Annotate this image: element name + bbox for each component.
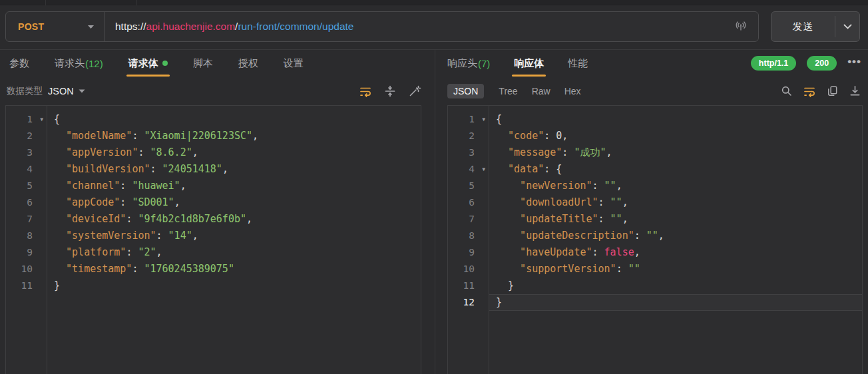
tab-request-请求头[interactable]: 请求头(12)	[55, 50, 103, 77]
tab-strip-bottom-edge	[0, 0, 868, 5]
line-number: 6	[448, 194, 489, 211]
line-number: 11	[6, 278, 47, 294]
send-options-button[interactable]	[835, 12, 859, 41]
tab-label: 响应体	[514, 57, 544, 70]
modified-dot-icon	[162, 61, 168, 66]
tab-label: 响应头	[447, 57, 477, 70]
code-line: "buildVersion": "24051418",	[47, 161, 421, 178]
code-line: "updateDescription": "",	[489, 228, 862, 244]
code-line: "data": {	[489, 161, 862, 178]
code-line: "haveUpdate": false,	[489, 244, 862, 261]
api-client-window: POST https://api.huachenjie.com/run-fron…	[0, 0, 868, 374]
status-pill: 200	[807, 56, 837, 71]
url-segment: https://	[115, 21, 146, 33]
line-number: 2	[6, 128, 47, 144]
code-line: "appVersion": "8.6.2",	[47, 144, 421, 161]
line-number: 7	[448, 211, 489, 228]
line-number: 12	[448, 294, 489, 311]
code-line: }	[489, 278, 862, 294]
wrap-text-icon[interactable]	[803, 85, 816, 98]
format-magic-icon[interactable]	[408, 85, 421, 98]
line-number: 8	[448, 228, 489, 244]
view-mode-json[interactable]: JSON	[447, 84, 484, 98]
request-body-editor[interactable]: 1▼234567891011 { "modelName": "Xiaomi|22…	[5, 105, 421, 374]
tab-label: 参数	[9, 57, 29, 70]
line-number: 5	[6, 178, 47, 194]
tab-count-badge: (12)	[85, 58, 103, 69]
collapse-lines-icon[interactable]	[383, 85, 397, 98]
line-number: 11	[448, 278, 489, 294]
code-line: "systemVersion": "14",	[47, 228, 421, 244]
fold-caret-icon[interactable]: ▼	[40, 111, 43, 128]
response-panel: 响应头(7)响应体性能http/1.1200••• JSONTreeRawHex	[435, 50, 868, 374]
code-line: "channel": "huawei",	[47, 178, 421, 194]
chevron-down-icon[interactable]	[79, 89, 85, 93]
request-editor-code: { "modelName": "Xiaomi|2206123SC", "appV…	[47, 106, 421, 374]
chevron-down-icon	[87, 25, 95, 29]
line-number: 10	[6, 261, 47, 278]
tab-label: 脚本	[193, 57, 213, 70]
response-editor-gutter: 1▼234▼56789101112	[448, 106, 489, 374]
request-url-group: POST https://api.huachenjie.com/run-fron…	[5, 11, 759, 42]
search-icon[interactable]	[780, 85, 793, 97]
tab-request-脚本[interactable]: 脚本	[193, 50, 213, 77]
line-number: 6	[6, 194, 47, 211]
view-mode-raw[interactable]: Raw	[532, 86, 550, 96]
code-line: "deviceId": "9f4b2c1d8b7e6f0b",	[47, 211, 421, 228]
status-pill: http/1.1	[751, 56, 796, 71]
response-status-area: http/1.1200•••	[751, 56, 861, 71]
tab-label: 授权	[238, 57, 258, 70]
method-label: POST	[18, 21, 44, 32]
url-segment: api.huachenjie.com	[146, 21, 236, 33]
view-mode-tree[interactable]: Tree	[499, 86, 517, 96]
tab-response-性能[interactable]: 性能	[568, 50, 588, 77]
tab-response-响应头[interactable]: 响应头(7)	[447, 50, 490, 77]
code-line: {	[47, 111, 421, 128]
code-line: "newVersion": "",	[489, 178, 862, 194]
tab-label: 设置	[284, 57, 304, 70]
request-toolbar: 数据类型 JSON	[0, 77, 435, 105]
line-number: 4▼	[448, 161, 489, 178]
copy-icon[interactable]	[826, 85, 839, 97]
tab-request-请求体[interactable]: 请求体	[128, 50, 168, 77]
fold-caret-icon[interactable]: ▼	[482, 111, 485, 128]
response-editor-code: { "code": 0, "message": "成功", "data": { …	[489, 106, 862, 374]
url-input[interactable]: https://api.huachenjie.com/run-front/com…	[105, 12, 724, 41]
request-panel: 参数请求头(12)请求体脚本授权设置 数据类型 JSON	[0, 50, 435, 374]
line-number: 9	[448, 244, 489, 261]
download-icon[interactable]	[849, 85, 861, 97]
code-line: }	[47, 278, 421, 294]
tab-count-badge: (7)	[478, 58, 490, 69]
line-number: 2	[448, 128, 489, 144]
response-body-editor[interactable]: 1▼234▼56789101112 { "code": 0, "message"…	[447, 105, 863, 374]
send-button[interactable]: 发送	[771, 12, 835, 41]
url-segment: run-front/common/update	[238, 21, 353, 33]
tab-label: 性能	[568, 57, 588, 70]
code-line: "appCode": "SD001",	[47, 194, 421, 211]
send-button-group: 发送	[771, 11, 860, 42]
method-dropdown[interactable]: POST	[6, 12, 105, 41]
tab-label: 请求体	[128, 57, 158, 70]
line-number: 1▼	[448, 111, 489, 128]
response-view-modes: JSONTreeRawHex	[447, 84, 581, 98]
tab-request-授权[interactable]: 授权	[238, 50, 258, 77]
more-options-icon[interactable]: •••	[847, 56, 861, 71]
line-number: 3	[6, 144, 47, 161]
line-number: 1▼	[6, 111, 47, 128]
line-number: 9	[6, 244, 47, 261]
view-mode-hex[interactable]: Hex	[564, 86, 581, 96]
wrap-text-icon[interactable]	[359, 85, 372, 98]
datatype-value[interactable]: JSON	[48, 86, 74, 96]
code-line: {	[489, 111, 862, 128]
code-line: "platform": "2",	[47, 244, 421, 261]
broadcast-antenna-icon[interactable]	[724, 12, 758, 41]
line-number: 3	[448, 144, 489, 161]
request-editor-gutter: 1▼234567891011	[6, 106, 47, 374]
tab-request-设置[interactable]: 设置	[284, 50, 304, 77]
fold-caret-icon[interactable]: ▼	[482, 161, 485, 178]
tab-response-响应体[interactable]: 响应体	[514, 50, 544, 77]
tab-request-参数[interactable]: 参数	[9, 50, 29, 77]
code-line: "timestamp": "1760245389075"	[47, 261, 421, 278]
response-toolbar: JSONTreeRawHex	[435, 77, 868, 105]
tab-label: 请求头	[55, 57, 85, 70]
